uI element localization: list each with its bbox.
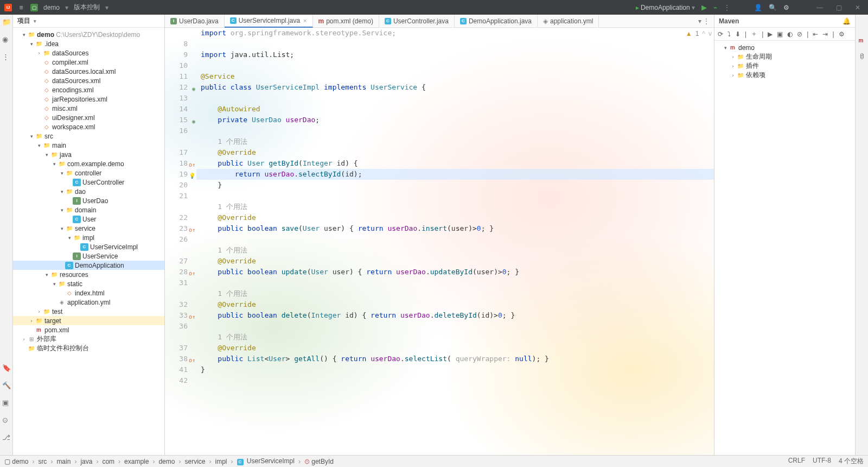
breadcrumb[interactable]: example (124, 458, 149, 465)
maven-tool-icon[interactable]: m (857, 36, 865, 44)
override-gutter-icon[interactable]: o↑ (189, 355, 195, 366)
line-separator[interactable]: CRLF (788, 457, 805, 466)
warning-icon: ▲ (686, 30, 692, 37)
breadcrumb[interactable]: C UserServiceImpl (237, 457, 295, 465)
minimize-icon[interactable]: — (813, 4, 826, 11)
bookmark-tool-icon[interactable]: 🔖 (2, 364, 11, 373)
download-icon[interactable]: ⬇ (735, 30, 741, 38)
search-icon[interactable]: 🔍 (769, 4, 777, 11)
breadcrumb[interactable]: ⊙ getById (304, 458, 334, 465)
project-panel: 项目 ▾ ▾📁demo C:\Users\ZDY\Desktop\demo ▾📁… (13, 15, 165, 455)
tab-userserviceimpl[interactable]: CUserServiceImpl.java× (225, 15, 313, 28)
breadcrumb[interactable]: service (184, 458, 205, 465)
maven-tree[interactable]: ▾mdemo ›📁生命周期 ›📁插件 ›📁依赖项 (714, 41, 855, 455)
maven-toolbar: ⟳ ⤵ ⬇ | ＋ | ▶ ▣ ◐ ⊘ | ⇤ ⇥ | ⚙ (714, 28, 855, 41)
left-toolbar: 📁 ◉ ⋮ 🔖 🔨 ▣ ⊙ ⎇ (0, 15, 13, 455)
breadcrumb[interactable]: demo (158, 458, 175, 465)
interface-icon: I (170, 18, 177, 24)
skip-icon[interactable]: ⊘ (797, 30, 802, 38)
editor-tabs: IUserDao.java CUserServiceImpl.java× mpo… (165, 15, 714, 28)
breadcrumb[interactable]: src (38, 458, 47, 465)
more-run-icon[interactable]: ⋮ (724, 4, 730, 11)
breadcrumb[interactable]: ▢ demo (4, 458, 28, 465)
db-tool-icon[interactable]: 🛢 (859, 53, 865, 60)
breadcrumb[interactable]: main (56, 458, 71, 465)
expand-icon[interactable]: ⇥ (822, 30, 828, 38)
override-gutter-icon[interactable]: o↑ (189, 312, 195, 323)
project-panel-title: 项目 (17, 16, 30, 26)
user-icon[interactable]: 👤 (754, 4, 762, 11)
vcs-tool-icon[interactable]: ⎇ (2, 433, 11, 442)
breadcrumb[interactable]: impl (215, 458, 227, 465)
gutter[interactable]: 8 9 10 11 12◉ 13 14 15◉ 16 17 18o↑ 19💡 2… (165, 28, 196, 455)
code-editor[interactable]: 8 9 10 11 12◉ 13 14 15◉ 16 17 18o↑ 19💡 2… (165, 28, 714, 455)
settings-icon[interactable]: ⚙ (783, 4, 789, 11)
implements-gutter-icon[interactable]: ◉ (192, 116, 195, 127)
editor-area: IUserDao.java CUserServiceImpl.java× mpo… (165, 15, 714, 455)
file-encoding[interactable]: UTF-8 (813, 457, 831, 466)
project-panel-header[interactable]: 项目 ▾ (13, 15, 164, 28)
collapse-icon[interactable]: ⇤ (813, 30, 818, 38)
maven-panel: Maven 🔔 ⟳ ⤵ ⬇ | ＋ | ▶ ▣ ◐ ⊘ | ⇤ ⇥ | ⚙ ▾m… (714, 15, 855, 455)
implements-gutter-icon[interactable]: ◉ (192, 84, 195, 94)
close-icon[interactable]: ✕ (852, 4, 864, 11)
add-icon[interactable]: ＋ (751, 29, 757, 39)
toggle-icon[interactable]: ◐ (787, 30, 793, 38)
project-tool-icon[interactable]: 📁 (2, 18, 11, 27)
vcs-menu[interactable]: 版本控制 (74, 3, 100, 12)
reload-icon[interactable]: ⟳ (718, 30, 723, 38)
run-maven-icon[interactable]: ▶ (768, 30, 773, 38)
project-name[interactable]: demo (43, 4, 60, 11)
menu-icon[interactable]: ≡ (17, 4, 25, 11)
override-gutter-icon[interactable]: o↑ (189, 268, 195, 279)
override-gutter-icon[interactable]: o↑ (189, 160, 195, 171)
run-icon[interactable]: ▶ (701, 3, 707, 11)
debug-icon[interactable]: ⌁ (713, 4, 717, 11)
run-config-selector[interactable]: ▸ DemoApplication ▾ (636, 4, 695, 11)
class-icon: C (385, 18, 391, 24)
maven-icon: m (318, 17, 324, 25)
generate-icon[interactable]: ⤵ (727, 30, 731, 38)
project-icon: ▢ (30, 4, 38, 11)
right-toolbar: m 🛢 (855, 15, 868, 455)
exec-icon[interactable]: ▣ (777, 30, 783, 38)
tab-demoapp[interactable]: CDemoApplication.java (455, 15, 538, 28)
override-gutter-icon[interactable]: o↑ (189, 225, 195, 236)
problems-tool-icon[interactable]: ⊙ (2, 416, 11, 425)
class-icon: C (230, 17, 237, 24)
chevron-down-icon[interactable]: ▾ (34, 18, 36, 24)
maven-panel-header[interactable]: Maven 🔔 (714, 15, 855, 28)
terminal-tool-icon[interactable]: ▣ (2, 399, 11, 407)
breadcrumb[interactable]: java (80, 458, 92, 465)
settings-maven-icon[interactable]: ⚙ (839, 30, 845, 38)
notifications-icon[interactable]: 🔔 (843, 17, 851, 25)
bulb-gutter-icon[interactable]: 💡 (189, 171, 195, 181)
tab-usercontroller[interactable]: CUserController.java (379, 15, 455, 28)
commit-tool-icon[interactable]: ◉ (2, 35, 11, 44)
titlebar: IJ ≡ ▢ demo ▾ 版本控制 ▾ ▸ DemoApplication ▾… (0, 0, 868, 15)
structure-tool-icon[interactable]: ⋮ (2, 53, 11, 61)
class-icon: C (460, 18, 467, 24)
yml-icon: ◈ (543, 17, 548, 25)
tab-appyml[interactable]: ◈application.yml (538, 15, 599, 28)
close-tab-icon[interactable]: × (303, 17, 307, 24)
indent-info[interactable]: 4 个空格 (839, 457, 864, 466)
build-tool-icon[interactable]: 🔨 (2, 381, 11, 390)
maximize-icon[interactable]: ▢ (833, 4, 845, 11)
breadcrumb[interactable]: com (102, 458, 114, 465)
status-bar: ▢ demo› src› main› java› com› example› d… (0, 455, 868, 467)
intellij-icon: IJ (4, 4, 12, 11)
inspection-bar[interactable]: ▲1^v (686, 30, 712, 37)
tab-pom[interactable]: mpom.xml (demo) (313, 15, 379, 28)
code-body[interactable]: import org.springframework.stereotype.Se… (196, 28, 714, 455)
project-tree[interactable]: ▾📁demo C:\Users\ZDY\Desktop\demo ▾📁.idea… (13, 28, 164, 455)
tab-overflow-icon[interactable]: ▾ ⋮ (694, 17, 714, 25)
tab-userdao[interactable]: IUserDao.java (165, 15, 225, 28)
